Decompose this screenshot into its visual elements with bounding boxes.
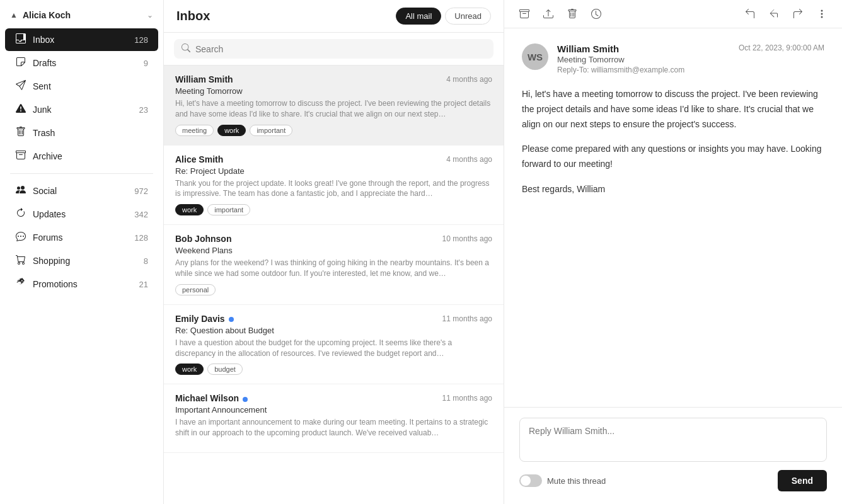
email-detail-sender-name: William Smith: [557, 43, 724, 54]
email-card-header: Bob Johnson 10 months ago: [175, 234, 492, 244]
email-item-3[interactable]: Bob Johnson 10 months ago Weekend Plans …: [164, 225, 504, 305]
email-body-p2: Please come prepared with any questions …: [522, 142, 824, 172]
email-tags: personal: [175, 284, 492, 295]
email-subject: Re: Project Update: [175, 166, 492, 176]
reply-footer: Mute this thread Send: [519, 470, 827, 491]
email-detail-from: WS William Smith Meeting Tomorrow Reply-…: [522, 43, 824, 74]
sidebar-item-junk-label: Junk: [33, 105, 133, 115]
email-time: 4 months ago: [446, 75, 492, 84]
more-actions-button[interactable]: [812, 5, 832, 23]
account-info: ▲ Alicia Koch: [10, 10, 71, 20]
social-icon: [15, 185, 26, 197]
sidebar-item-promotions-count: 21: [139, 280, 148, 289]
tag-work: work: [175, 364, 204, 375]
sidebar-item-promotions-label: Promotions: [33, 279, 133, 289]
email-sender: Alice Smith: [175, 154, 223, 164]
sidebar-item-sent-label: Sent: [33, 81, 148, 91]
email-time: 4 months ago: [446, 155, 492, 164]
email-item-4[interactable]: Emily Davis 11 months ago Re: Question a…: [164, 305, 504, 385]
email-item-5[interactable]: Michael Wilson 11 months ago Important A…: [164, 384, 504, 453]
sidebar-item-social-label: Social: [33, 186, 128, 196]
sidebar-item-archive-label: Archive: [33, 151, 148, 161]
account-triangle-icon: ▲: [10, 11, 18, 20]
archive-button[interactable]: [514, 5, 534, 23]
sidebar-item-junk[interactable]: Junk 23: [5, 98, 158, 121]
promotions-icon: [15, 278, 26, 290]
search-icon: [182, 43, 190, 54]
email-detail-date: Oct 22, 2023, 9:00:00 AM: [739, 43, 824, 52]
sidebar-item-trash-label: Trash: [33, 128, 148, 138]
email-sender: Bob Johnson: [175, 234, 231, 244]
email-item-2[interactable]: Alice Smith 4 months ago Re: Project Upd…: [164, 146, 504, 226]
snooze-button[interactable]: [586, 5, 606, 23]
sidebar-categories: Social 972 Updates 342 Forums 128 Shoppi…: [0, 179, 163, 296]
detail-content: WS William Smith Meeting Tomorrow Reply-…: [504, 28, 842, 407]
account-header[interactable]: ▲ Alicia Koch ⌄: [0, 5, 163, 28]
sidebar-item-updates[interactable]: Updates 342: [5, 203, 158, 226]
email-detail-subject: Meeting Tomorrow: [557, 55, 724, 64]
sidebar-item-forums-count: 128: [134, 233, 148, 243]
email-body-p3: Best regards, William: [522, 182, 824, 197]
email-card-header: Alice Smith 4 months ago: [175, 154, 492, 164]
tag-meeting: meeting: [175, 125, 214, 136]
toggle-knob: [521, 476, 531, 486]
send-button[interactable]: Send: [778, 470, 827, 491]
unread-dot: [229, 317, 234, 322]
filter-all-mail[interactable]: All mail: [396, 8, 441, 25]
filter-buttons: All mail Unread: [396, 8, 491, 25]
sidebar-item-inbox-count: 128: [134, 35, 148, 45]
search-bar: [164, 33, 504, 66]
email-time: 11 months ago: [442, 314, 492, 323]
mute-toggle-switch[interactable]: [519, 474, 542, 487]
filter-unread[interactable]: Unread: [445, 8, 491, 25]
sidebar-item-shopping-count: 8: [144, 256, 148, 266]
email-preview: I have a question about the budget for t…: [175, 338, 492, 359]
email-item-1[interactable]: William Smith 4 months ago Meeting Tomor…: [164, 66, 504, 146]
inbox-title: Inbox: [176, 9, 210, 23]
email-card-header: Michael Wilson 11 months ago: [175, 393, 492, 403]
sidebar-divider: [10, 173, 153, 174]
drafts-icon: [15, 57, 26, 69]
email-preview: Any plans for the weekend? I was thinkin…: [175, 258, 492, 279]
email-subject: Weekend Plans: [175, 246, 492, 255]
email-time: 11 months ago: [442, 394, 492, 403]
sidebar-item-trash[interactable]: Trash: [5, 122, 158, 144]
tag-important: important: [207, 204, 250, 215]
forward-button[interactable]: [788, 5, 808, 23]
unread-dot: [243, 397, 248, 402]
sidebar-item-updates-count: 342: [134, 210, 148, 219]
sidebar-item-drafts[interactable]: Drafts 9: [5, 52, 158, 74]
sidebar-nav-items: Inbox 128 Drafts 9 Sent Junk 23: [0, 28, 163, 168]
email-sender: Emily Davis: [175, 314, 234, 324]
sidebar-item-inbox[interactable]: Inbox 128: [5, 28, 158, 51]
search-input[interactable]: [195, 44, 486, 54]
email-list: William Smith 4 months ago Meeting Tomor…: [164, 66, 504, 504]
sidebar-item-shopping[interactable]: Shopping 8: [5, 249, 158, 272]
email-subject: Meeting Tomorrow: [175, 86, 492, 96]
sidebar-item-drafts-count: 9: [144, 59, 148, 68]
reply-button[interactable]: [740, 5, 760, 23]
mute-toggle: Mute this thread: [519, 474, 606, 487]
trash-icon: [15, 127, 26, 139]
email-preview: Hi, let's have a meeting tomorrow to dis…: [175, 98, 492, 120]
sidebar-item-social[interactable]: Social 972: [5, 180, 158, 202]
detail-toolbar: [504, 0, 842, 28]
avatar: WS: [522, 43, 548, 70]
tag-important: important: [250, 125, 292, 136]
email-tags: work budget: [175, 364, 492, 375]
reply-all-button[interactable]: [764, 5, 784, 23]
email-sender: Michael Wilson: [175, 393, 248, 403]
reply-input[interactable]: [519, 418, 827, 462]
move-button[interactable]: [538, 5, 558, 23]
email-body-p1: Hi, let's have a meeting tomorrow to dis…: [522, 87, 824, 132]
email-body: Hi, let's have a meeting tomorrow to dis…: [522, 87, 824, 197]
content-area: Inbox All mail Unread William Smith 4 mo…: [164, 0, 842, 504]
sidebar-item-archive[interactable]: Archive: [5, 145, 158, 168]
sidebar-item-forums[interactable]: Forums 128: [5, 226, 158, 249]
sidebar-item-shopping-label: Shopping: [33, 256, 137, 266]
delete-button[interactable]: [562, 5, 582, 23]
sidebar-item-social-count: 972: [134, 186, 148, 196]
shopping-icon: [15, 255, 26, 267]
sidebar-item-sent[interactable]: Sent: [5, 75, 158, 98]
sidebar-item-promotions[interactable]: Promotions 21: [5, 273, 158, 295]
